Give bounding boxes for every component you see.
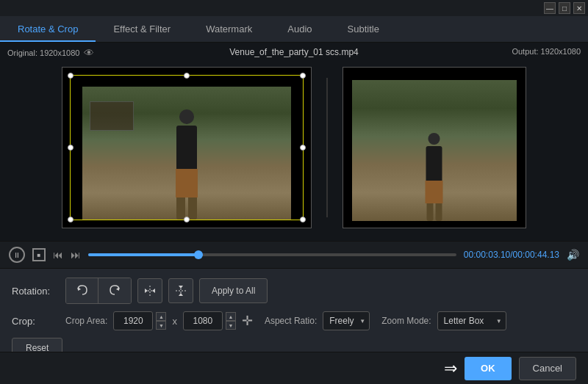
- rotation-group: [65, 278, 132, 304]
- crop-label: Crop:: [12, 316, 60, 327]
- time-display: 00:00:03.10/00:00:44.13: [464, 250, 559, 260]
- crop-area-label: Crop Area:: [65, 316, 107, 326]
- ok-button[interactable]: OK: [465, 357, 512, 380]
- progress-fill: [88, 253, 198, 256]
- zoom-mode-wrapper: Letter Box Pan & Scan Full: [437, 311, 506, 330]
- eye-icon[interactable]: 👁: [84, 47, 94, 59]
- main-content: Original: 1920x1080 👁 Venue_of_the_party…: [0, 43, 588, 384]
- original-preview: [62, 67, 312, 228]
- filename-label: Venue_of_the_party_01 scs.mp4: [229, 47, 358, 57]
- zoom-mode-label: Zoom Mode:: [381, 316, 431, 326]
- width-spinner: ▲ ▼: [156, 312, 166, 330]
- stop-button[interactable]: ■: [32, 248, 46, 261]
- rotate-ccw-button[interactable]: [66, 278, 98, 303]
- tab-watermark[interactable]: Watermark: [188, 18, 270, 42]
- tab-rotate-crop[interactable]: Rotate & Crop: [0, 18, 96, 42]
- close-button[interactable]: ✕: [573, 2, 585, 14]
- progress-thumb[interactable]: [194, 250, 203, 259]
- cancel-button[interactable]: Cancel: [519, 357, 576, 380]
- height-spin-up[interactable]: ▲: [226, 312, 236, 321]
- arrow-icon: ⇒: [444, 359, 457, 378]
- volume-icon[interactable]: 🔊: [567, 249, 579, 261]
- tab-audio[interactable]: Audio: [270, 18, 329, 42]
- output-preview: [343, 67, 526, 228]
- pause-button[interactable]: ⏸: [9, 247, 25, 263]
- crop-width-group: ▲ ▼: [113, 311, 166, 330]
- rotation-row: Rotation:: [12, 278, 576, 304]
- tab-subtitle[interactable]: Subtitle: [330, 18, 397, 42]
- title-bar: — □ ✕: [0, 0, 588, 16]
- aspect-ratio-select[interactable]: Freely 16:9 4:3 1:1 9:16: [323, 311, 370, 330]
- height-spin-down[interactable]: ▼: [226, 321, 236, 330]
- next-frame-button[interactable]: ⏭: [71, 249, 81, 261]
- move-icon[interactable]: ✛: [242, 313, 253, 329]
- height-spinner: ▲ ▼: [226, 312, 236, 330]
- crop-height-input[interactable]: [183, 311, 223, 330]
- flip-vertical-button[interactable]: [168, 278, 193, 303]
- zoom-mode-select[interactable]: Letter Box Pan & Scan Full: [437, 311, 506, 330]
- original-label: Original: 1920x1080 👁: [7, 47, 94, 59]
- flip-horizontal-button[interactable]: [137, 278, 162, 303]
- prev-frame-button[interactable]: ⏮: [53, 249, 63, 261]
- width-spin-down[interactable]: ▼: [156, 321, 166, 330]
- crop-row: Crop: Crop Area: ▲ ▼ x ▲ ▼ ✛ Aspect Rati…: [12, 311, 576, 330]
- tab-bar: Rotate & Crop Effect & Filter Watermark …: [0, 16, 588, 43]
- video-area: Original: 1920x1080 👁 Venue_of_the_party…: [0, 43, 588, 241]
- preview-container: [0, 43, 588, 241]
- bottom-bar: ⇒ OK Cancel: [0, 352, 588, 384]
- crop-width-input[interactable]: [113, 311, 153, 330]
- tab-effect-filter[interactable]: Effect & Filter: [96, 18, 188, 42]
- crop-handle-mr[interactable]: [300, 145, 306, 151]
- svg-marker-1: [116, 287, 119, 291]
- minimize-button[interactable]: —: [544, 2, 556, 14]
- crop-height-group: ▲ ▼: [183, 311, 236, 330]
- rotation-label: Rotation:: [12, 286, 60, 297]
- crop-handle-ml[interactable]: [68, 145, 74, 151]
- progress-bar[interactable]: [88, 253, 456, 256]
- playback-bar: ⏸ ■ ⏮ ⏭ 00:00:03.10/00:00:44.13 🔊: [0, 241, 588, 269]
- maximize-button[interactable]: □: [559, 2, 570, 14]
- aspect-ratio-label: Aspect Ratio:: [265, 316, 317, 326]
- width-spin-up[interactable]: ▲: [156, 312, 166, 321]
- preview-divider: [326, 78, 328, 217]
- aspect-ratio-wrapper: Freely 16:9 4:3 1:1 9:16: [323, 311, 370, 330]
- apply-to-all-button[interactable]: Apply to All: [199, 278, 268, 303]
- svg-marker-0: [78, 287, 81, 291]
- rotate-cw-button[interactable]: [98, 278, 131, 303]
- x-separator: x: [172, 316, 177, 327]
- output-label: Output: 1920x1080: [512, 47, 581, 56]
